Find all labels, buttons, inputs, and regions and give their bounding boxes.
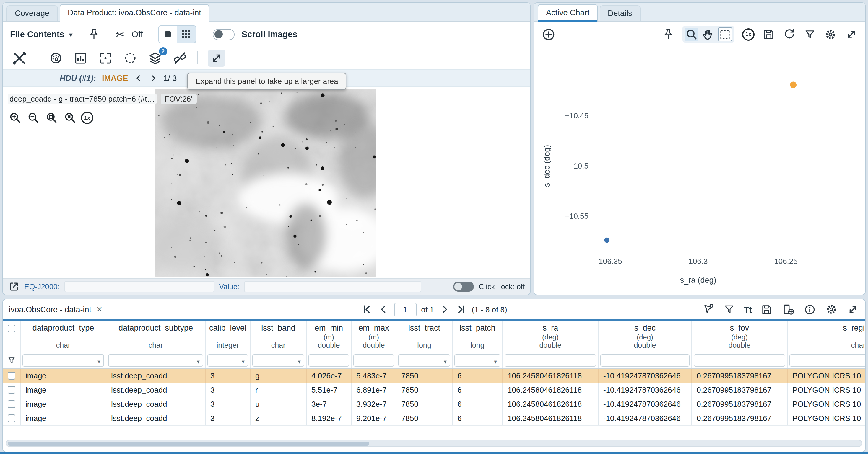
cell-lsst_band[interactable]: z	[251, 412, 307, 425]
select-region-button[interactable]	[123, 51, 138, 65]
table-save-button[interactable]	[761, 303, 773, 316]
cell-s_region[interactable]: POLYGON ICRS 10	[788, 383, 865, 397]
column-header-lsst_band[interactable]: lsst_band char	[251, 321, 307, 352]
cell-em_max[interactable]: 6.891e-7	[351, 383, 397, 397]
filter-input-s_fov[interactable]	[694, 354, 785, 367]
row-checkbox[interactable]	[8, 400, 16, 408]
add-column-button[interactable]	[782, 303, 795, 316]
recenter-button[interactable]	[98, 51, 113, 65]
chart-zoom-button[interactable]	[685, 28, 699, 41]
cell-lsst_tract[interactable]: 7850	[397, 397, 453, 411]
chart-zoom-reset-button[interactable]: 1x	[742, 28, 754, 40]
pin-chart-button[interactable]	[662, 28, 675, 41]
zoom-reset-button[interactable]: 1x	[81, 111, 93, 124]
tab-coverage[interactable]: Coverage	[6, 5, 58, 21]
filter-input-em_min[interactable]	[308, 354, 349, 367]
expand-viewer-button[interactable]	[8, 281, 20, 292]
column-header-dataproduct_type[interactable]: dataproduct_type char	[21, 321, 106, 352]
cell-em_min[interactable]: 5.51e-7	[307, 383, 351, 397]
pin-button[interactable]	[88, 28, 100, 41]
cell-lsst_tract[interactable]: 7850	[397, 412, 453, 425]
tab-active-chart[interactable]: Active Chart	[538, 4, 598, 22]
row-checkbox[interactable]	[8, 372, 16, 380]
chart-settings-button[interactable]	[824, 28, 837, 41]
cell-s_dec[interactable]: -10.419247870362646	[598, 369, 692, 383]
column-header-s_dec[interactable]: s_dec(deg)double	[598, 321, 692, 352]
table-info-button[interactable]	[804, 303, 816, 316]
prev-page-button[interactable]	[377, 303, 389, 315]
filter-input-s_region[interactable]	[789, 354, 865, 367]
scrollbar-thumb[interactable]	[8, 441, 369, 446]
stretch-histogram-button[interactable]	[73, 51, 88, 65]
data-point[interactable]	[604, 238, 610, 243]
cell-dataproduct_subtype[interactable]: lsst.deep_coadd	[106, 383, 206, 397]
wcs-unlock-button[interactable]	[173, 51, 187, 65]
cell-s_fov[interactable]: 0.2670995183798167	[692, 397, 788, 411]
cell-calib_level[interactable]: 3	[206, 397, 251, 411]
table-settings-button[interactable]	[825, 303, 838, 316]
filter-input-dataproduct_type[interactable]	[23, 354, 104, 367]
cell-dataproduct_subtype[interactable]: lsst.deep_coadd	[106, 397, 206, 411]
cell-s_dec[interactable]: -10.419247870362646	[598, 412, 692, 425]
filter-input-em_max[interactable]	[353, 354, 394, 367]
filter-input-calib_level[interactable]	[208, 354, 248, 367]
cell-lsst_patch[interactable]: 6	[453, 383, 503, 397]
zoom-fit-button[interactable]	[44, 110, 59, 125]
tab-data-product[interactable]: Data Product: ivoa.ObsCore - data-int	[59, 4, 210, 22]
expand-panel-button[interactable]	[208, 49, 225, 66]
next-hdu-button[interactable]	[149, 73, 158, 83]
cell-lsst_patch[interactable]: 6	[453, 412, 503, 425]
fits-image[interactable]	[155, 89, 376, 277]
cell-lsst_band[interactable]: r	[251, 383, 307, 397]
scroll-images-toggle[interactable]	[213, 29, 235, 40]
row-checkbox[interactable]	[8, 415, 16, 422]
close-icon[interactable]: ×	[97, 305, 102, 314]
cell-em_min[interactable]: 4.026e-7	[307, 369, 351, 383]
cell-em_max[interactable]: 9.201e-7	[351, 412, 397, 425]
column-header-dataproduct_subtype[interactable]: dataproduct_subtype char	[106, 321, 206, 352]
add-chart-button[interactable]	[541, 27, 556, 42]
data-point[interactable]	[790, 82, 797, 88]
prev-hdu-button[interactable]	[134, 73, 143, 83]
filter-input-s_ra[interactable]	[505, 354, 596, 367]
filter-input-s_dec[interactable]	[600, 354, 689, 367]
cell-em_max[interactable]: 5.483e-7	[351, 369, 397, 383]
cell-lsst_band[interactable]: u	[251, 397, 307, 411]
cell-calib_level[interactable]: 3	[206, 369, 251, 383]
table-filter-button[interactable]	[723, 303, 735, 315]
column-header-s_region[interactable]: s_region char	[788, 321, 865, 352]
cell-s_ra[interactable]: 106.24580461826118	[503, 412, 598, 425]
table-row[interactable]: imagelsst.deep_coadd3r5.51e-76.891e-7785…	[3, 383, 865, 397]
chart-select-button[interactable]	[718, 27, 732, 41]
cell-dataproduct_subtype[interactable]: lsst.deep_coadd	[106, 412, 206, 425]
column-header-calib_level[interactable]: calib_level integer	[206, 321, 251, 352]
color-table-button[interactable]	[49, 51, 63, 65]
column-header-s_fov[interactable]: s_fov(deg)double	[692, 321, 788, 352]
cell-s_ra[interactable]: 106.24580461826118	[503, 369, 598, 383]
horizontal-scrollbar[interactable]	[6, 440, 862, 447]
click-lock-toggle[interactable]	[454, 282, 474, 292]
cell-s_fov[interactable]: 0.2670995183798167	[692, 369, 788, 383]
cell-dataproduct_type[interactable]: image	[21, 383, 106, 397]
filter-input-lsst_tract[interactable]	[398, 354, 450, 367]
column-header-em_max[interactable]: em_max(m)double	[351, 321, 397, 352]
select-all-checkbox[interactable]	[8, 325, 16, 332]
filter-input-lsst_patch[interactable]	[454, 354, 500, 367]
grid-view-button[interactable]	[177, 26, 195, 42]
cell-dataproduct_type[interactable]: image	[21, 369, 106, 383]
expand-chart-button[interactable]	[845, 28, 858, 41]
expand-table-button[interactable]	[847, 303, 859, 316]
cell-s_fov[interactable]: 0.2670995183798167	[692, 412, 788, 425]
first-page-button[interactable]	[361, 303, 373, 315]
column-header-lsst_tract[interactable]: lsst_tract long	[397, 321, 453, 352]
filter-advanced-button[interactable]	[701, 303, 714, 316]
cell-dataproduct_subtype[interactable]: lsst.deep_coadd	[106, 369, 206, 383]
cell-lsst_patch[interactable]: 6	[453, 397, 503, 411]
last-page-button[interactable]	[455, 303, 467, 315]
chart-filter-button[interactable]	[804, 28, 816, 40]
single-view-button[interactable]	[159, 26, 177, 42]
cell-s_ra[interactable]: 106.24580461826118	[503, 397, 598, 411]
cell-s_dec[interactable]: -10.419247870362646	[598, 383, 692, 397]
cell-calib_level[interactable]: 3	[206, 412, 251, 425]
cell-lsst_tract[interactable]: 7850	[397, 383, 453, 397]
